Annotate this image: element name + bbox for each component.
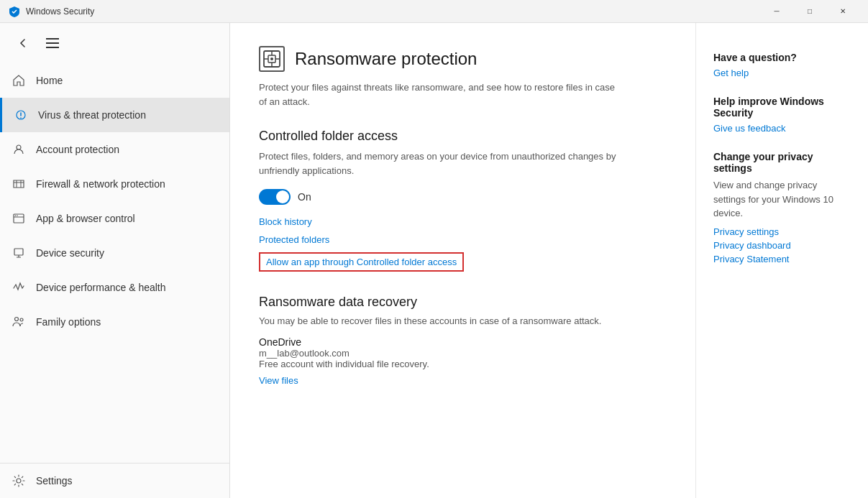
page-title: Ransomware protection xyxy=(295,49,477,69)
app-browser-label: App & browser control xyxy=(36,213,135,224)
sidebar-item-device-security[interactable]: Device security xyxy=(0,236,229,270)
sidebar-item-virus[interactable]: Virus & threat protection xyxy=(0,98,229,132)
firewall-icon xyxy=(12,177,26,191)
service-desc: Free account with individual file recove… xyxy=(259,359,667,369)
svg-point-7 xyxy=(20,318,23,321)
titlebar: Windows Security ─ □ ✕ xyxy=(0,0,868,23)
account-icon xyxy=(12,142,26,157)
home-icon xyxy=(12,73,26,88)
sidebar-item-firewall[interactable]: Firewall & network protection xyxy=(0,167,229,201)
recovery-title: Ransomware data recovery xyxy=(259,295,667,310)
device-health-label: Device performance & health xyxy=(36,282,166,293)
right-panel: Have a question? Get help Help improve W… xyxy=(695,23,868,498)
maximize-button[interactable]: □ xyxy=(793,0,826,23)
privacy-statement-link[interactable]: Privacy Statement xyxy=(713,254,851,264)
app-container: Home Virus & threat protection Account p… xyxy=(0,23,868,498)
hamburger-button[interactable] xyxy=(43,35,62,51)
improve-title: Help improve Windows Security xyxy=(713,96,851,119)
svg-point-8 xyxy=(17,479,21,483)
user-email: m__lab@outlook.com xyxy=(259,348,667,359)
page-header: Ransomware protection xyxy=(259,46,667,72)
ransomware-icon xyxy=(262,49,282,69)
sidebar-settings-section: Settings xyxy=(0,463,229,498)
toggle-row: On xyxy=(259,189,667,205)
svg-point-6 xyxy=(15,318,19,321)
privacy-desc: View and change privacy settings for you… xyxy=(713,178,851,221)
recovery-section: Ransomware data recovery You may be able… xyxy=(259,295,667,386)
device-security-icon xyxy=(12,246,26,260)
onedrive-info: OneDrive m__lab@outlook.com Free account… xyxy=(259,336,667,369)
window-controls: ─ □ ✕ xyxy=(760,0,859,23)
virus-icon xyxy=(14,108,28,122)
app-icon xyxy=(9,6,20,17)
privacy-settings-link[interactable]: Privacy settings xyxy=(713,226,851,237)
titlebar-title: Windows Security xyxy=(26,6,760,17)
app-browser-icon xyxy=(12,211,26,226)
sidebar-item-home[interactable]: Home xyxy=(0,63,229,98)
toggle-label: On xyxy=(298,191,311,203)
back-icon xyxy=(17,37,29,49)
svg-point-4 xyxy=(17,215,18,216)
privacy-title: Change your privacy settings xyxy=(713,151,851,174)
controlled-folder-title: Controlled folder access xyxy=(259,129,667,144)
close-button[interactable]: ✕ xyxy=(826,0,859,23)
recovery-desc: You may be able to recover files in thes… xyxy=(259,315,667,326)
home-label: Home xyxy=(36,75,63,86)
allow-app-link[interactable]: Allow an app through Controlled folder a… xyxy=(259,252,464,272)
sidebar-item-family[interactable]: Family options xyxy=(0,305,229,339)
service-name: OneDrive xyxy=(259,336,667,348)
svg-point-1 xyxy=(17,145,21,149)
svg-point-11 xyxy=(270,57,273,60)
device-health-icon xyxy=(12,280,26,295)
back-button[interactable] xyxy=(12,32,35,55)
sidebar-item-account[interactable]: Account protection xyxy=(0,132,229,167)
settings-label: Settings xyxy=(36,475,73,487)
privacy-section: Change your privacy settings View and ch… xyxy=(713,151,851,264)
sidebar-item-app-browser[interactable]: App & browser control xyxy=(0,201,229,236)
account-label: Account protection xyxy=(36,144,119,155)
sidebar-item-settings[interactable]: Settings xyxy=(0,464,229,498)
page-subtitle: Protect your files against threats like … xyxy=(259,80,618,109)
page-header-icon xyxy=(259,46,285,72)
controlled-folder-desc: Protect files, folders, and memory areas… xyxy=(259,149,618,177)
svg-point-3 xyxy=(15,215,17,216)
device-security-label: Device security xyxy=(36,247,104,259)
protected-folders-link[interactable]: Protected folders xyxy=(259,234,667,245)
family-label: Family options xyxy=(36,316,101,328)
feedback-link[interactable]: Give us feedback xyxy=(713,123,851,134)
view-files-link[interactable]: View files xyxy=(259,375,667,386)
svg-rect-5 xyxy=(14,249,23,255)
sidebar: Home Virus & threat protection Account p… xyxy=(0,23,230,498)
have-a-question-section: Have a question? Get help xyxy=(713,52,851,78)
settings-icon xyxy=(12,474,26,488)
firewall-label: Firewall & network protection xyxy=(36,178,165,190)
main-content: Ransomware protection Protect your files… xyxy=(230,23,695,498)
get-help-link[interactable]: Get help xyxy=(713,68,851,78)
help-improve-section: Help improve Windows Security Give us fe… xyxy=(713,96,851,134)
sidebar-item-device-health[interactable]: Device performance & health xyxy=(0,270,229,305)
sidebar-header xyxy=(0,23,229,63)
family-icon xyxy=(12,315,26,329)
controlled-folder-toggle[interactable] xyxy=(259,189,291,205)
minimize-button[interactable]: ─ xyxy=(760,0,793,23)
block-history-link[interactable]: Block history xyxy=(259,216,667,227)
question-title: Have a question? xyxy=(713,52,851,63)
virus-label: Virus & threat protection xyxy=(38,109,146,121)
privacy-dashboard-link[interactable]: Privacy dashboard xyxy=(713,240,851,251)
